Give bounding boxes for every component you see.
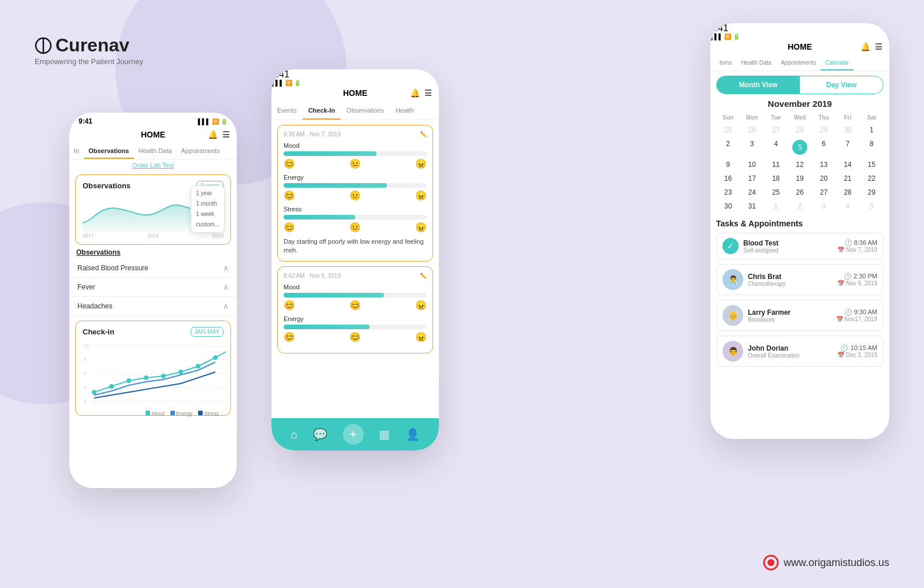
tab-tions[interactable]: tions (715, 56, 736, 70)
tab-in[interactable]: In (69, 144, 84, 159)
calendar-month-title: November 2019 (710, 99, 889, 109)
menu-icon[interactable]: ☰ (222, 130, 230, 139)
month-view-button[interactable]: Month View (717, 76, 800, 94)
obs-item-raised-bp[interactable]: Raised Blood Pressure ∧ (69, 259, 237, 278)
appt-sub-blood: Self-assigned (743, 247, 833, 254)
day-view-button[interactable]: Day View (800, 76, 883, 94)
bell-icon-2[interactable]: 🔔 (410, 88, 420, 98)
status-bar-1: 9:41 ▌▌▌ 🛜 🔋 (69, 113, 237, 128)
svg-point-13 (109, 384, 114, 389)
bell-icon-3[interactable]: 🔔 (860, 42, 870, 51)
phone3-nav-tabs: tions Health Data Appointments Calendar (710, 56, 889, 71)
tab-appointments-3[interactable]: Appointments (776, 56, 821, 70)
chat-nav-icon[interactable]: 💬 (313, 427, 327, 441)
calendar-grid: Sun Mon Tue Wed Thu Fri Sat 25 26 27 28 … (716, 112, 884, 213)
obs-item-fever[interactable]: Fever ∧ (69, 278, 237, 297)
tab-appointments[interactable]: Appointments (177, 144, 225, 159)
svg-point-19 (213, 355, 218, 360)
appt-sub-chris: Chemotherapy (748, 281, 833, 287)
appt-name-chris: Chris Brat (748, 273, 833, 281)
chevron-icon: ∧ (223, 282, 229, 292)
appt-name-larry: Larry Farmer (748, 308, 832, 317)
tab-observations[interactable]: Observations (84, 144, 133, 159)
phone-header-1: HOME 🔔 ☰ (69, 128, 237, 144)
svg-text:4: 4 (84, 385, 87, 390)
phone-checkin: 9:41 ▌▌▌ 🛜 🔋 HOME 🔔 ☰ Events Check-In Ob… (271, 69, 439, 451)
appt-john-dorian[interactable]: 👨 John Dorian Overall Examination 🕙 10:1… (716, 336, 884, 367)
chart-year-labels: 2017 2018 2019 (83, 233, 223, 239)
avatar-larry: 👴 (722, 305, 743, 326)
logo-tagline: Empowering the Patient Journey (35, 57, 143, 66)
observations-card: Observations 3 years 1 year 1 month 1 we… (75, 174, 231, 245)
tab-events[interactable]: Events (271, 102, 303, 120)
avatar-chris: 👨‍⚕️ (722, 269, 743, 290)
add-nav-button[interactable]: + (343, 424, 364, 445)
phone-header-3: HOME 🔔 ☰ (710, 40, 889, 56)
svg-point-16 (161, 374, 166, 378)
appt-blood-test[interactable]: ✓ Blood Test Self-assigned 🕐 8:36 AM 📅 N… (716, 233, 884, 259)
phone-header-2: HOME 🔔 ☰ (271, 86, 439, 102)
appt-name-john: John Dorian (748, 344, 833, 352)
avatar-john: 👨 (722, 341, 743, 362)
status-bar-3: 9:41 ▌▌▌ 🛜 🔋 (710, 23, 889, 40)
svg-point-14 (126, 378, 131, 383)
energy-metric-2: Energy 😊 😊 😠 (284, 315, 427, 343)
watermark-url: www.origamistudios.us (784, 557, 889, 569)
origami-icon (763, 554, 779, 571)
home-nav-icon[interactable]: ⌂ (290, 428, 297, 441)
date-range-selector[interactable]: JAN-MAY (191, 327, 223, 337)
entry-note-1: Day starting off poorly with low energy … (284, 237, 427, 255)
phone-observations: 9:41 ▌▌▌ 🛜 🔋 HOME 🔔 ☰ In Observations He… (69, 113, 237, 488)
logo-icon (35, 37, 52, 54)
watermark: www.origamistudios.us (763, 554, 889, 571)
entry-timestamp-2: 8:42 AM · Nov 6, 2019 (284, 273, 341, 279)
obs-item-headaches[interactable]: Headaches ∧ (69, 297, 237, 316)
status-time-3: 9:41 (710, 23, 728, 33)
entry-timestamp-1: 8:36 AM · Nov 7, 2019 (284, 131, 341, 137)
header-icons-1: 🔔 ☰ (208, 130, 230, 139)
status-bar-2: 9:41 ▌▌▌ 🛜 🔋 (271, 69, 439, 86)
bell-icon[interactable]: 🔔 (208, 130, 218, 139)
svg-point-12 (92, 390, 96, 395)
checkin-title: Check-in (83, 328, 114, 336)
list-nav-icon[interactable]: ▦ (379, 427, 390, 441)
menu-icon-3[interactable]: ☰ (875, 42, 882, 51)
appt-sub-larry: Bloodwork (748, 317, 832, 323)
appt-name-blood: Blood Test (743, 239, 833, 247)
tab-checkin[interactable]: Check-In (303, 102, 341, 120)
edit-icon-2[interactable]: ✏️ (420, 273, 427, 279)
stress-metric: Stress 😊 😐 😠 (284, 206, 427, 233)
tab-health[interactable]: Health (390, 102, 420, 120)
phone-calendar: 9:41 ▌▌▌ 🛜 🔋 HOME 🔔 ☰ tions Health Data … (710, 23, 889, 439)
tab-health-data[interactable]: Health Data (134, 144, 177, 159)
phone2-nav-tabs: Events Check-In Observations Health (271, 102, 439, 120)
edit-icon-1[interactable]: ✏️ (420, 131, 427, 137)
tasks-title: Tasks & Appointments (716, 219, 884, 228)
appt-chris-brat[interactable]: 👨‍⚕️ Chris Brat Chemotherapy 🕑 2:30 PM 📅… (716, 264, 884, 295)
chevron-icon: ∧ (223, 263, 229, 273)
bottom-nav-2: ⌂ 💬 + ▦ 👤 (271, 418, 439, 451)
signal-icons-1: ▌▌▌ 🛜 🔋 (198, 118, 228, 125)
check-icon: ✓ (722, 238, 739, 254)
svg-text:6: 6 (84, 371, 87, 376)
svg-point-17 (178, 370, 183, 374)
mood-metric-2: Mood 😊 😊 😠 (284, 284, 427, 311)
appt-larry-farmer[interactable]: 👴 Larry Farmer Bloodwork 🕘 9:30 AM 📅 Nov… (716, 300, 884, 331)
chevron-icon: ∧ (223, 302, 229, 311)
menu-icon-2[interactable]: ☰ (424, 88, 432, 98)
order-lab-link[interactable]: Order Lab Test (69, 159, 237, 171)
logo: Curenav Empowering the Patient Journey (35, 35, 143, 66)
tab-health-data-3[interactable]: Health Data (736, 56, 776, 70)
profile-nav-icon[interactable]: 👤 (405, 427, 420, 441)
checkin-entry-2: 8:42 AM · Nov 6, 2019 ✏️ Mood 😊 😊 😠 Ener… (277, 266, 433, 353)
tab-obs[interactable]: Observations (341, 102, 390, 120)
energy-metric: Energy 😊 😐 😠 (284, 174, 427, 201)
logo-name: Curenav (55, 35, 129, 56)
svg-point-18 (196, 364, 200, 369)
svg-text:2: 2 (84, 399, 87, 404)
tab-calendar[interactable]: Calendar (821, 56, 854, 70)
appt-sub-john: Overall Examination (748, 352, 833, 359)
checkin-entry-1: 8:36 AM · Nov 7, 2019 ✏️ Mood 😊 😐 😠 Ener… (277, 125, 433, 262)
period-dropdown: 1 year 1 month 1 week custom... (191, 185, 225, 233)
checkin-chart: 10 8 6 4 2 (83, 340, 223, 410)
